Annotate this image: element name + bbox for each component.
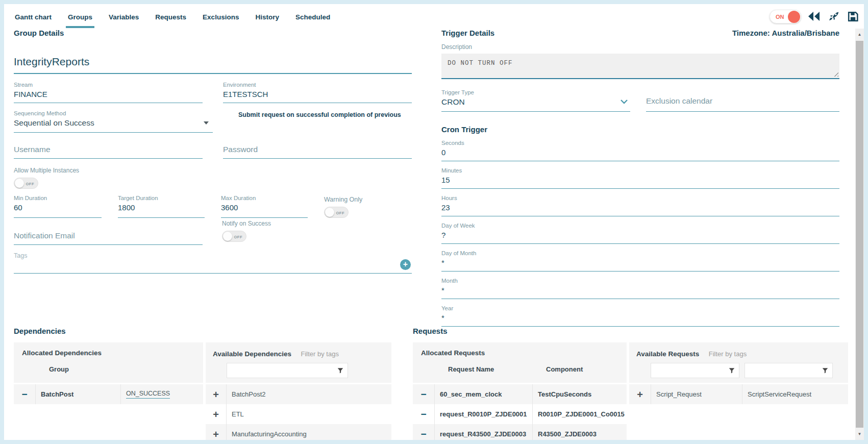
run-now-button[interactable] (827, 10, 840, 23)
request-component-filter-input[interactable] (745, 363, 833, 378)
chevron-down-icon (620, 99, 628, 104)
enabled-toggle[interactable]: ON (770, 10, 801, 23)
allocated-dependencies-title: Allocated Dependencies (22, 349, 203, 357)
rewind-button[interactable] (807, 10, 821, 23)
trigger-details-section: Trigger Details Timezone: Australia/Bris… (441, 29, 839, 327)
available-dependencies-panel: Available Dependencies Filter by tags + … (206, 342, 391, 440)
request-name-cell: 60_sec_mem_clock (435, 384, 533, 404)
add-dependency-button[interactable]: + (206, 404, 227, 424)
cron-year-field[interactable]: Year * (441, 305, 839, 327)
target-duration-field[interactable]: Target Duration 1800 (118, 195, 205, 218)
timezone-label: Timezone: Australia/Brisbane (732, 29, 839, 37)
username-input[interactable]: Username (14, 145, 203, 159)
environment-value: E1TESTSCH (223, 90, 412, 103)
stream-value: FINANCE (14, 90, 203, 103)
notify-on-success-toggle[interactable]: OFF (222, 231, 246, 242)
group-name-input[interactable]: IntegrityReports (14, 47, 412, 74)
tab-scheduled[interactable]: Scheduled (294, 5, 331, 28)
password-placeholder: Password (223, 145, 412, 158)
exclusion-calendar-input[interactable]: Exclusion calendar (646, 89, 839, 112)
cron-hours-field[interactable]: Hours 23 (441, 195, 839, 216)
save-button[interactable] (846, 10, 859, 23)
group-column-header: Group (44, 365, 129, 373)
tab-exclusions[interactable]: Exclusions (202, 5, 240, 28)
add-request-button[interactable]: + (629, 384, 651, 404)
dependency-name-cell: ETL (227, 404, 391, 424)
remove-dependency-button[interactable]: − (14, 384, 36, 404)
tab-history[interactable]: History (254, 5, 280, 28)
min-duration-field[interactable]: Min Duration 60 (14, 195, 102, 218)
tab-requests[interactable]: Requests (154, 5, 187, 28)
cron-seconds-label: Seconds (441, 140, 839, 146)
notification-email-input[interactable]: Notification Email (14, 231, 203, 245)
min-duration-value: 60 (14, 203, 102, 216)
cron-seconds-field[interactable]: Seconds 0 (441, 140, 839, 161)
add-tag-button[interactable]: + (400, 259, 411, 270)
vertical-scrollbar[interactable]: ▲ ▼ (855, 29, 864, 440)
filter-funnel-icon (728, 367, 735, 374)
plus-icon: + (213, 409, 219, 420)
cron-day-of-month-field[interactable]: Day of Month * (441, 250, 839, 272)
toggle-knob (15, 179, 24, 188)
description-textarea[interactable]: DO NOT TURN OFF (441, 54, 839, 79)
allow-multiple-instances-toggle[interactable]: OFF (14, 178, 38, 189)
cron-day-of-week-field[interactable]: Day of Week ? (441, 223, 839, 244)
plus-icon: + (213, 429, 219, 439)
request-name-filter-input[interactable] (651, 363, 739, 378)
available-requests-panel: Available Requests Filter by tags (629, 342, 848, 440)
enabled-toggle-label: ON (776, 14, 784, 20)
scroll-down-arrow-icon[interactable]: ▼ (855, 430, 864, 438)
resize-handle[interactable] (833, 71, 838, 77)
toggle-state: OFF (234, 235, 243, 239)
tab-gantt-chart[interactable]: Gantt chart (14, 5, 53, 28)
sequencing-method-label: Sequencing Method (14, 110, 213, 116)
warning-only-toggle[interactable]: OFF (324, 207, 349, 218)
group-details-title: Group Details (14, 29, 412, 37)
tab-groups[interactable]: Groups (67, 5, 93, 28)
plus-icon: + (637, 389, 643, 400)
cron-year-value: * (441, 313, 839, 326)
minus-icon: − (21, 389, 27, 399)
cron-minutes-field[interactable]: Minutes 15 (441, 167, 839, 189)
exclusion-calendar-placeholder: Exclusion calendar (646, 89, 839, 110)
available-dependency-row: + BatchPost2 (206, 384, 391, 404)
dependency-condition-select[interactable]: ON_SUCCESS (126, 390, 170, 399)
available-request-row: + Script_Request ScriptServiceRequest (629, 384, 848, 404)
add-dependency-button[interactable]: + (206, 384, 227, 404)
request-component-cell: R0010P_ZJDE0001_Co0015 (533, 404, 627, 424)
tags-input[interactable]: Tags + (14, 251, 412, 274)
top-navbar: Gantt chart Groups Variables Requests Ex… (4, 4, 864, 29)
requests-section: Requests Allocated Requests Request Name… (413, 327, 848, 440)
allow-multiple-instances-label: Allow Multiple Instances (14, 167, 412, 174)
cron-year-label: Year (441, 305, 839, 311)
minus-icon: − (420, 409, 426, 419)
scheduler-app: Gantt chart Groups Variables Requests Ex… (4, 4, 864, 440)
available-dependency-row: + ManufacturingAccounting (206, 424, 391, 440)
environment-field[interactable]: Environment E1TESTSCH (223, 82, 412, 103)
stream-field[interactable]: Stream FINANCE (14, 82, 203, 103)
scroll-up-arrow-icon[interactable]: ▲ (855, 30, 864, 39)
target-duration-value: 1800 (118, 203, 205, 216)
trigger-type-select[interactable]: Trigger Type CRON (441, 89, 630, 112)
cron-minutes-label: Minutes (441, 167, 839, 174)
cron-month-label: Month (441, 278, 839, 284)
sequencing-method-select[interactable]: Sequencing Method Sequential on Success (14, 110, 213, 133)
dependencies-filter-hint: Filter by tags (301, 350, 339, 358)
toggle-state: OFF (336, 211, 345, 215)
stream-label: Stream (14, 82, 203, 88)
request-name-cell: request_R0010P_ZJDE0001 (435, 404, 533, 424)
max-duration-field[interactable]: Max Duration 3600 (221, 195, 308, 218)
remove-request-button[interactable]: − (413, 424, 435, 440)
remove-request-button[interactable]: − (413, 404, 435, 424)
scrollbar-thumb[interactable] (856, 41, 863, 428)
dependencies-filter-input[interactable] (227, 363, 348, 378)
tab-variables[interactable]: Variables (108, 5, 140, 28)
password-input[interactable]: Password (223, 145, 412, 159)
cron-month-field[interactable]: Month * (441, 278, 839, 299)
remove-request-button[interactable]: − (413, 384, 435, 404)
rocket-icon (827, 10, 840, 23)
requests-filter-hint: Filter by tags (709, 350, 747, 358)
add-dependency-button[interactable]: + (206, 424, 227, 440)
allocated-dependency-row: − BatchPost ON_SUCCESS (14, 384, 203, 404)
toggle-knob (223, 232, 232, 241)
